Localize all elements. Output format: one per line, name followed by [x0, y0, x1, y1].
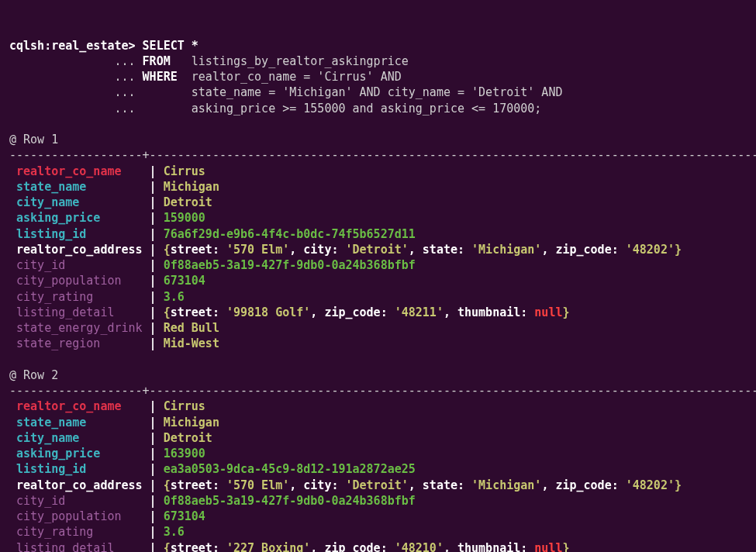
col-state-name: state_name: [16, 180, 143, 194]
ld-zip-v: '48210': [395, 541, 444, 553]
col-state-energy-drink: state_energy_drink: [16, 321, 143, 335]
brace-close: }: [562, 541, 569, 553]
sep: |: [143, 180, 164, 194]
sep: |: [143, 416, 164, 430]
col-city-name: city_name: [16, 431, 143, 445]
addr-zip-k: zip_code:: [555, 478, 618, 492]
prompt-cont: ...: [9, 85, 143, 99]
col-city-rating: city_rating: [16, 525, 143, 539]
col-realtor-co-name: realtor_co_name: [16, 164, 143, 178]
ld-zip-k: zip_code:: [324, 305, 387, 319]
prompt-cont: ...: [9, 54, 143, 68]
val-city-rating: 3.6: [164, 525, 185, 539]
sep: |: [143, 541, 164, 553]
sep: |: [143, 321, 164, 335]
prompt-db: cqlsh:real_estate>: [9, 39, 143, 53]
sql-cond2: state_name = 'Michigan' AND city_name = …: [192, 85, 563, 99]
sep: |: [143, 399, 164, 413]
prompt-cont: ...: [9, 70, 143, 84]
col-realtor-co-name: realtor_co_name: [16, 399, 143, 413]
sql-star: *: [192, 39, 198, 53]
val-city-population: 673104: [164, 274, 205, 288]
col-city-population: city_population: [16, 274, 143, 288]
col-state-region: state_region: [16, 336, 143, 350]
ld-street-v: '227 Boxing': [226, 541, 310, 553]
sep: |: [143, 290, 164, 304]
addr-city-v: 'Detroit': [346, 243, 409, 257]
addr-street-v: '570 Elm': [226, 478, 289, 492]
ld-zip-k: zip_code:: [324, 541, 387, 553]
addr-state-v: 'Michigan': [471, 243, 541, 257]
val-asking-price: 159000: [164, 211, 205, 225]
addr-state-k: state:: [423, 478, 464, 492]
addr-street-k: street:: [171, 478, 219, 492]
col-state-name: state_name: [16, 416, 143, 430]
sep: |: [143, 431, 164, 445]
sep: |: [143, 164, 164, 178]
brace-close: }: [675, 478, 682, 492]
addr-street-k: street:: [171, 243, 219, 257]
addr-state-v: 'Michigan': [471, 478, 541, 492]
row-header-1: @ Row 1: [9, 133, 58, 147]
addr-zip-k: zip_code:: [555, 243, 618, 257]
ld-street-k: street:: [171, 541, 219, 553]
val-city-id: 0f88aeb5-3a19-427f-9db0-0a24b368bfbf: [164, 258, 416, 272]
val-city-population: 673104: [164, 509, 205, 523]
col-listing-detail: listing_detail: [16, 305, 143, 319]
col-city-population: city_population: [16, 509, 143, 523]
col-city-rating: city_rating: [16, 290, 143, 304]
col-city-id: city_id: [16, 258, 143, 272]
ld-thumb-v: null: [534, 541, 562, 553]
col-city-id: city_id: [16, 494, 143, 508]
val-city-name: Detroit: [164, 431, 212, 445]
val-asking-price: 163900: [164, 447, 205, 461]
val-city-name: Detroit: [164, 195, 212, 209]
sep: |: [143, 509, 164, 523]
sql-from: FROM: [143, 54, 171, 68]
divider: -------------------+--------------------…: [9, 148, 756, 162]
col-realtor-co-address: realtor_co_address: [16, 478, 143, 492]
sql-where: WHERE: [143, 70, 178, 84]
val-listing-id: 76a6f29d-e9b6-4f4c-b0dc-74f5b6527d11: [164, 227, 416, 241]
ld-zip-v: '48211': [395, 305, 444, 319]
sep: |: [143, 195, 164, 209]
col-asking-price: asking_price: [16, 211, 143, 225]
addr-city-k: city:: [303, 243, 338, 257]
ld-street-v: '99818 Golf': [226, 305, 310, 319]
brace-open: {: [164, 305, 171, 319]
divider: -------------------+--------------------…: [9, 384, 756, 398]
col-realtor-co-address: realtor_co_address: [16, 243, 143, 257]
sql-table: listings_by_realtor_askingprice: [192, 54, 409, 68]
brace-close: }: [562, 305, 569, 319]
sep: |: [143, 478, 164, 492]
col-asking-price: asking_price: [16, 447, 143, 461]
sep: |: [143, 227, 164, 241]
addr-zip-v: '48202': [626, 243, 675, 257]
brace-close: }: [675, 243, 682, 257]
val-state-region: Mid-West: [164, 336, 219, 350]
addr-state-k: state:: [423, 243, 464, 257]
sep: |: [143, 336, 164, 350]
sep: |: [143, 494, 164, 508]
addr-zip-v: '48202': [626, 478, 675, 492]
terminal[interactable]: cqlsh:real_estate> SELECT * ... FROM lis…: [9, 38, 747, 553]
sql-cond1: realtor_co_name = 'Cirrus' AND: [192, 70, 402, 84]
val-listing-id: ea3a0503-9dca-45c9-8d12-191a2872ae25: [164, 462, 416, 476]
val-realtor-co-name: Cirrus: [164, 399, 205, 413]
col-city-name: city_name: [16, 195, 143, 209]
addr-city-k: city:: [303, 478, 338, 492]
row-header-2: @ Row 2: [9, 368, 58, 382]
brace-open: {: [164, 478, 171, 492]
prompt-cont: ...: [9, 102, 143, 116]
ld-thumb-v: null: [534, 305, 562, 319]
addr-street-v: '570 Elm': [226, 243, 289, 257]
val-realtor-co-name: Cirrus: [164, 164, 205, 178]
brace-open: {: [164, 243, 171, 257]
col-listing-detail: listing_detail: [16, 541, 143, 553]
sep: |: [143, 211, 164, 225]
addr-city-v: 'Detroit': [346, 478, 409, 492]
sql-select: SELECT: [143, 39, 185, 53]
val-city-rating: 3.6: [164, 290, 185, 304]
val-state-name: Michigan: [164, 180, 219, 194]
ld-thumb-k: thumbnail:: [457, 305, 527, 319]
